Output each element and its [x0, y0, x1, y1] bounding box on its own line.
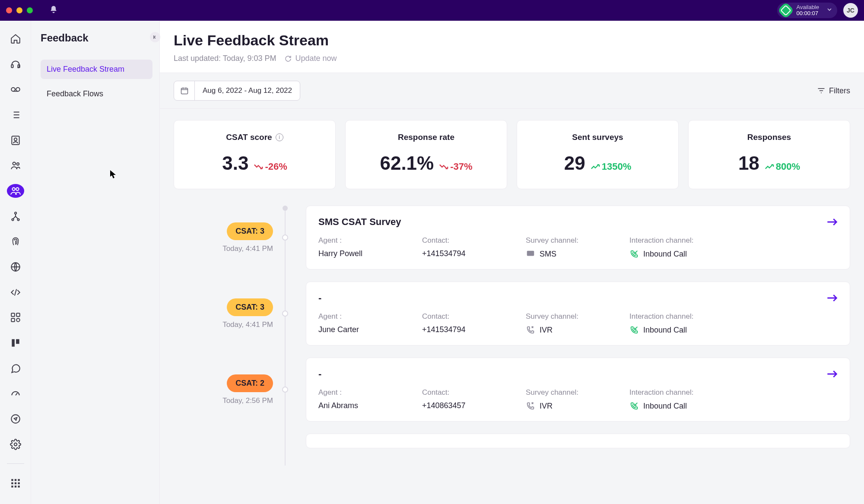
arrow-right-icon[interactable] — [826, 217, 839, 228]
svg-rect-22 — [11, 479, 13, 481]
collapse-subnav-button[interactable] — [150, 32, 160, 42]
nav-code-icon[interactable] — [7, 285, 24, 299]
kpi-delta: -37% — [439, 161, 472, 172]
svg-rect-32 — [527, 251, 534, 256]
svg-rect-31 — [181, 88, 187, 94]
timeline-time: Today, 2:56 PM — [222, 396, 273, 405]
avatar[interactable]: JC — [843, 3, 858, 18]
svg-point-20 — [11, 415, 20, 423]
feedback-card[interactable]: - Agent : Ani Abrams Contact: +140863 — [306, 358, 850, 422]
svg-point-9 — [16, 187, 19, 190]
svg-rect-14 — [11, 313, 15, 317]
nav-apps-icon[interactable] — [7, 476, 24, 490]
arrow-right-icon[interactable] — [826, 293, 839, 304]
ivr-icon — [526, 401, 535, 411]
nav-list-icon[interactable] — [7, 108, 24, 122]
card-title: - — [318, 368, 838, 380]
timeline-item: CSAT: 3 Today, 4:41 PM SMS CSAT Survey A… — [174, 206, 850, 269]
nav-globe-icon[interactable] — [7, 260, 24, 274]
agent-status-pill[interactable]: Available 00:00:07 — [777, 3, 837, 19]
bell-icon[interactable] — [49, 5, 58, 16]
interaction-channel-value: Inbound Call — [629, 249, 716, 259]
window-controls — [6, 7, 33, 13]
calendar-icon — [174, 81, 195, 100]
nav-blocks-icon[interactable] — [7, 311, 24, 324]
status-label: Available — [796, 4, 819, 10]
info-icon[interactable]: i — [276, 133, 283, 141]
timeline-node — [282, 311, 288, 317]
survey-channel-value: SMS — [526, 249, 612, 259]
nav-voicemail-icon[interactable] — [7, 82, 24, 96]
nav-settings-icon[interactable] — [7, 437, 24, 451]
interaction-channel-label: Interaction channel: — [629, 236, 716, 245]
feedback-card[interactable]: SMS CSAT Survey Agent : Harry Powell Con… — [306, 206, 850, 269]
survey-channel-label: Survey channel: — [526, 236, 612, 245]
agent-label: Agent : — [318, 236, 405, 245]
contact-value: +141534794 — [422, 249, 508, 258]
agent-label: Agent : — [318, 312, 405, 321]
nav-users-icon[interactable] — [7, 184, 24, 198]
nav-home-icon[interactable] — [7, 32, 24, 46]
minimize-dot[interactable] — [16, 7, 22, 13]
interaction-channel-label: Interaction channel: — [629, 312, 716, 321]
kpi-row: CSAT scorei 3.3 -26% Response rate 62.1% — [174, 120, 850, 189]
survey-channel-label: Survey channel: — [526, 312, 612, 321]
contact-label: Contact: — [422, 388, 508, 397]
agent-value: June Carter — [318, 325, 405, 334]
svg-rect-27 — [18, 482, 19, 484]
contact-value: +141534794 — [422, 325, 508, 334]
svg-point-7 — [16, 163, 19, 165]
nav-fingerprint-icon[interactable] — [7, 235, 24, 248]
feedback-timeline: CSAT: 3 Today, 4:41 PM SMS CSAT Survey A… — [174, 206, 850, 448]
csat-pill: CSAT: 3 — [227, 222, 273, 240]
svg-point-21 — [14, 443, 17, 446]
sidebar-item-feedback-flows[interactable]: Feedback Flows — [41, 84, 152, 104]
svg-point-3 — [16, 88, 20, 92]
csat-pill: CSAT: 2 — [227, 374, 273, 392]
nav-gauge-icon[interactable] — [7, 387, 24, 400]
feedback-card[interactable]: - Agent : June Carter Contact: +14153 — [306, 282, 850, 346]
sidebar-item-live-feedback[interactable]: Live Feedback Stream — [41, 60, 152, 79]
date-range-picker[interactable]: Aug 6, 2022 - Aug 12, 2022 — [174, 81, 300, 101]
titlebar: Available 00:00:07 JC — [0, 0, 864, 21]
svg-point-6 — [13, 162, 16, 165]
filters-label: Filters — [829, 86, 850, 95]
timeline-item: CSAT: 3 Today, 4:41 PM - Agent : June Ca… — [174, 282, 850, 346]
nav-branch-icon[interactable] — [7, 209, 24, 223]
last-updated: Last updated: Today, 9:03 PM — [174, 54, 276, 63]
svg-rect-23 — [14, 479, 16, 481]
kpi-value: 29 — [564, 152, 585, 174]
card-title: - — [318, 292, 838, 304]
nav-compass-icon[interactable] — [7, 412, 24, 426]
page-title: Live Feedback Stream — [174, 32, 850, 49]
agent-value: Ani Abrams — [318, 401, 405, 410]
svg-point-8 — [12, 187, 15, 190]
feedback-card[interactable] — [306, 434, 850, 448]
nav-headset-icon[interactable] — [7, 57, 24, 71]
kpi-value: 18 — [738, 152, 759, 174]
nav-team-icon[interactable] — [7, 158, 24, 172]
sms-icon — [526, 249, 535, 259]
update-now-button[interactable]: Update now — [284, 54, 337, 63]
close-dot[interactable] — [6, 7, 12, 13]
survey-channel-value: IVR — [526, 401, 612, 411]
svg-point-11 — [12, 219, 13, 220]
svg-rect-28 — [11, 486, 13, 488]
timeline-time: Today, 4:41 PM — [222, 244, 273, 253]
timeline-item: CSAT: 2 Today, 2:56 PM - Agent : Ani Abr… — [174, 358, 850, 422]
contact-label: Contact: — [422, 312, 508, 321]
main-content: Live Feedback Stream Last updated: Today… — [160, 21, 864, 504]
filters-button[interactable]: Filters — [817, 86, 850, 95]
svg-rect-29 — [14, 486, 16, 488]
maximize-dot[interactable] — [27, 7, 33, 13]
nav-columns-icon[interactable] — [7, 336, 24, 350]
arrow-right-icon[interactable] — [826, 369, 839, 380]
nav-contact-icon[interactable] — [7, 133, 24, 147]
svg-point-17 — [16, 318, 20, 322]
ivr-icon — [526, 325, 535, 335]
nav-chat-icon[interactable] — [7, 361, 24, 375]
agent-value: Harry Powell — [318, 249, 405, 258]
timeline-time: Today, 4:41 PM — [222, 320, 273, 329]
timeline-node — [282, 235, 288, 241]
svg-rect-16 — [11, 318, 15, 322]
